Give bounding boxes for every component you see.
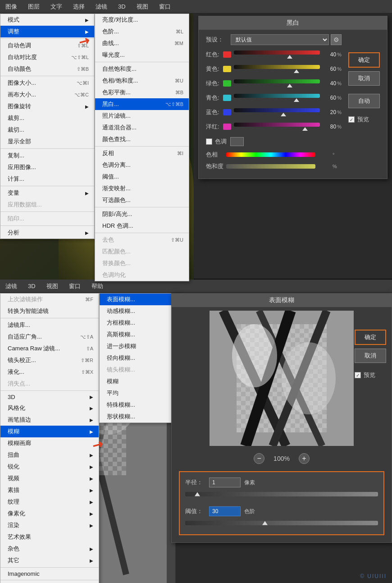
gear-button[interactable]: ⚙ (331, 34, 342, 45)
filter-sketch[interactable]: 素描 ▶ (0, 484, 99, 496)
submenu-photo-filter[interactable]: 照片滤镜... (95, 110, 189, 122)
filter-pixelate[interactable]: 像素化 ▶ (0, 508, 99, 519)
blur-smart[interactable]: 特殊模糊... (100, 399, 180, 411)
threshold-slider[interactable] (185, 521, 378, 525)
filter-adaptive-wide[interactable]: 自适应广角... ⌥⇧A (0, 331, 99, 343)
filter-blur[interactable]: 模糊 ▶ (0, 426, 99, 437)
filter-convert-smart[interactable]: 转换为智能滤镜 (0, 305, 99, 317)
menu-view[interactable]: 视图 (135, 2, 150, 12)
menu-item-mode[interactable]: 模式 ▶ (0, 14, 94, 26)
hue-track[interactable] (226, 152, 315, 157)
blur-preview-checkbox[interactable]: ✓ (355, 372, 361, 378)
menu-item-crop[interactable]: 裁剪... (0, 112, 94, 124)
threshold-input[interactable] (209, 506, 241, 516)
submenu-curves[interactable]: 曲线... ⌘M (95, 37, 189, 49)
color-tint-swatch[interactable] (230, 137, 244, 146)
radius-slider[interactable] (185, 492, 378, 496)
blur-shape[interactable]: 形状模糊... (100, 411, 180, 422)
submenu-brightness[interactable]: 亮度/对比度... (95, 14, 189, 26)
submenu-invert[interactable]: 反相 ⌘I (95, 147, 189, 159)
menu-item-adjust[interactable]: 调整 ▶ (0, 26, 94, 37)
menu-help-bottom[interactable]: 帮助 (90, 281, 105, 291)
blur-box[interactable]: 方框模糊... (100, 317, 180, 329)
blur-further[interactable]: 进一步模糊 (100, 340, 180, 352)
filter-gallery[interactable]: 滤镜库... (0, 319, 99, 331)
blue-slider-track[interactable] (234, 108, 320, 116)
blur-surface[interactable]: 表面模糊... (100, 294, 180, 305)
bw-auto-button[interactable]: 自动 (348, 94, 380, 108)
menu-filter-bottom[interactable]: 滤镜 (4, 281, 19, 291)
menu-filter[interactable]: 滤镜 (94, 2, 109, 12)
menu-item-rotate[interactable]: 图像旋转 ▶ (0, 101, 94, 112)
red-slider-track[interactable] (234, 50, 320, 59)
submenu-shadow-highlight[interactable]: 阴影/高光... (95, 208, 189, 220)
blur-gaussian[interactable]: 高斯模糊... (100, 329, 180, 340)
menu-item-apply-image[interactable]: 应用图像... (0, 161, 94, 173)
blur-confirm-button[interactable]: 确定 (355, 330, 386, 345)
zoom-in-button[interactable]: + (299, 453, 310, 464)
bw-confirm-button[interactable]: 确定 (348, 52, 380, 68)
menu-item-image-size[interactable]: 图像大小... ⌥⌘I (0, 77, 94, 89)
filter-brush-strokes[interactable]: 画笔描边 ▶ (0, 414, 99, 426)
submenu-hue-sat[interactable]: 色相/饱和度... ⌘U (95, 75, 189, 87)
submenu-color-balance[interactable]: 色彩平衡... ⌘B (95, 87, 189, 98)
menu-item-calculations[interactable]: 计算... (0, 173, 94, 185)
blue-thumb[interactable] (281, 113, 286, 116)
menu-window-bottom[interactable]: 窗口 (67, 281, 82, 291)
menu-3d[interactable]: 3D (116, 2, 128, 11)
yellow-thumb[interactable] (294, 69, 299, 73)
menu-window[interactable]: 窗口 (157, 2, 173, 12)
yellow-slider-track[interactable] (234, 65, 320, 73)
filter-browse-online[interactable]: 浏览联机滤镜... (0, 581, 99, 583)
filter-blur-gallery[interactable]: 模糊画廊 (0, 437, 99, 449)
filter-lens-correction[interactable]: 镜头校正... ⇧⌘R (0, 354, 99, 366)
submenu-color-lookup[interactable]: 颜色查找... (95, 133, 189, 145)
menu-text[interactable]: 文字 (49, 2, 64, 12)
menu-item-variables[interactable]: 变量 ▶ (0, 187, 94, 199)
green-thumb[interactable] (287, 84, 292, 87)
green-slider-track[interactable] (234, 79, 320, 87)
submenu-levels[interactable]: 色阶... ⌘L (95, 26, 189, 37)
color-tint-checkbox[interactable] (206, 138, 212, 145)
menu-3d-bottom[interactable]: 3D (26, 282, 37, 290)
filter-distort[interactable]: 扭曲 ▶ (0, 449, 99, 461)
submenu-vibrance[interactable]: 自然饱和度... (95, 63, 189, 75)
radius-input[interactable] (209, 477, 241, 487)
submenu-posterize[interactable]: 色调分离... (95, 159, 189, 171)
submenu-exposure[interactable]: 曝光度... (95, 49, 189, 61)
red-thumb[interactable] (287, 55, 292, 59)
menu-layer[interactable]: 图层 (26, 2, 41, 12)
cyan-thumb[interactable] (294, 98, 299, 102)
filter-3d[interactable]: 3D ▶ (0, 392, 99, 402)
menu-item-reveal-all[interactable]: 显示全部 (0, 136, 94, 147)
bw-preview-checkbox[interactable]: ✓ (348, 116, 355, 123)
submenu-selective-color[interactable]: 可选颜色... (95, 194, 189, 206)
menu-item-canvas-size[interactable]: 画布大小... ⌥⌘C (0, 89, 94, 101)
submenu-channel-mixer[interactable]: 通道混合器... (95, 122, 189, 133)
submenu-threshold[interactable]: 阈值... (95, 171, 189, 183)
cyan-slider-track[interactable] (234, 94, 320, 102)
filter-render[interactable]: 渲染 ▶ (0, 519, 99, 531)
filter-liquify[interactable]: 液化... ⇧⌘X (0, 366, 99, 378)
menu-item-analysis[interactable]: 分析 ▶ (0, 227, 94, 239)
submenu-bw[interactable]: 黑白... ⌥⇧⌘B (95, 98, 189, 110)
menu-item-auto-color[interactable]: 自动颜色 ⇧⌘B (0, 63, 94, 75)
sat-track[interactable] (226, 164, 315, 169)
filter-camera-raw[interactable]: Camera Raw 滤镜... ⇧A (0, 343, 99, 354)
blur-regular[interactable]: 模糊 (100, 376, 180, 387)
filter-texture[interactable]: 纹理 ▶ (0, 496, 99, 508)
filter-sharpen[interactable]: 锐化 ▶ (0, 461, 99, 473)
menu-item-auto-tone[interactable]: 自动色调 ⇧⌘L (0, 40, 94, 51)
filter-imagenomic[interactable]: Imagenomic (0, 569, 99, 579)
submenu-gradient-map[interactable]: 渐变映射... (95, 183, 189, 194)
blur-radial[interactable]: 径向模糊... (100, 352, 180, 364)
menu-item-duplicate[interactable]: 复制... (0, 150, 94, 161)
submenu-hdr-toning[interactable]: HDR 色调... (95, 220, 189, 232)
menu-item-auto-contrast[interactable]: 自动对比度 ⌥⇧⌘L (0, 51, 94, 63)
bw-cancel-button[interactable]: 取消 (348, 71, 380, 86)
filter-other[interactable]: 其它 ▶ (0, 555, 99, 566)
preset-select[interactable]: 默认值 (231, 34, 329, 45)
filter-artistic[interactable]: 艺术效果 (0, 531, 99, 543)
magenta-thumb[interactable] (302, 127, 308, 131)
filter-video[interactable]: 视频 ▶ (0, 473, 99, 484)
